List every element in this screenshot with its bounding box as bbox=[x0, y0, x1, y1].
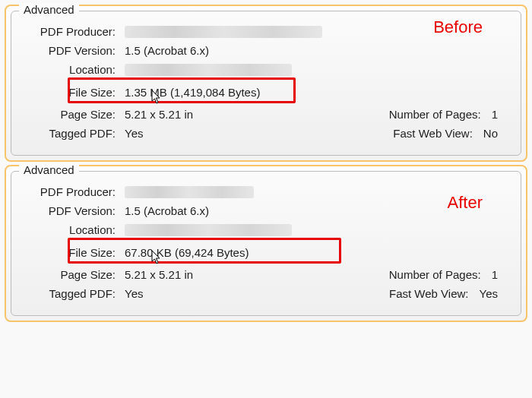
row-pdf-version: PDF Version: 1.5 (Acrobat 6.x) bbox=[22, 204, 510, 217]
value-num-pages: 1 bbox=[492, 108, 498, 121]
row-file-size: File Size: 1.35 MB (1,419,084 Bytes) bbox=[22, 82, 510, 102]
row-pdf-producer: PDF Producer: bbox=[22, 25, 510, 38]
label-num-pages: Number of Pages: bbox=[389, 108, 481, 121]
label-location: Location: bbox=[22, 63, 125, 76]
value-tagged-pdf: Yes bbox=[125, 287, 143, 300]
value-num-pages: 1 bbox=[492, 268, 498, 281]
label-pdf-producer: PDF Producer: bbox=[22, 25, 125, 38]
advanced-fieldset-before: Advanced Before PDF Producer: PDF Versio… bbox=[11, 11, 521, 156]
label-page-size: Page Size: bbox=[22, 268, 125, 281]
label-tagged-pdf: Tagged PDF: bbox=[22, 127, 125, 140]
value-pdf-version: 1.5 (Acrobat 6.x) bbox=[125, 204, 209, 217]
label-pdf-version: PDF Version: bbox=[22, 44, 125, 57]
label-num-pages: Number of Pages: bbox=[389, 268, 481, 281]
after-panel: Advanced After PDF Producer: PDF Version… bbox=[5, 165, 527, 322]
row-location: Location: bbox=[22, 63, 510, 76]
section-title: Advanced bbox=[19, 163, 79, 176]
row-tagged-pdf: Tagged PDF: Yes Fast Web View: No bbox=[22, 127, 510, 140]
label-file-size: File Size: bbox=[22, 246, 125, 259]
label-location: Location: bbox=[22, 223, 125, 236]
blurred-value bbox=[125, 26, 322, 38]
value-page-size: 5.21 x 5.21 in bbox=[125, 108, 193, 121]
label-pdf-producer: PDF Producer: bbox=[22, 185, 125, 198]
value-page-size: 5.21 x 5.21 in bbox=[125, 268, 193, 281]
right-fast-web: Fast Web View: No bbox=[393, 127, 498, 140]
label-tagged-pdf: Tagged PDF: bbox=[22, 287, 125, 300]
value-file-size: 67.80 KB (69,424 Bytes) bbox=[125, 246, 249, 259]
blurred-value bbox=[125, 64, 292, 76]
value-fast-web: No bbox=[483, 127, 498, 140]
right-num-pages: Number of Pages: 1 bbox=[389, 108, 498, 121]
row-file-size: File Size: 67.80 KB (69,424 Bytes) bbox=[22, 242, 510, 262]
right-fast-web: Fast Web View: Yes bbox=[389, 287, 498, 300]
label-file-size: File Size: bbox=[22, 86, 125, 99]
value-file-size: 1.35 MB (1,419,084 Bytes) bbox=[125, 86, 260, 99]
before-panel: Advanced Before PDF Producer: PDF Versio… bbox=[5, 5, 527, 162]
row-pdf-producer: PDF Producer: bbox=[22, 185, 510, 198]
advanced-fieldset-after: Advanced After PDF Producer: PDF Version… bbox=[11, 171, 521, 316]
section-title: Advanced bbox=[19, 3, 79, 16]
right-num-pages: Number of Pages: 1 bbox=[389, 268, 498, 281]
label-fast-web: Fast Web View: bbox=[389, 287, 469, 300]
label-fast-web: Fast Web View: bbox=[393, 127, 473, 140]
value-tagged-pdf: Yes bbox=[125, 127, 143, 140]
blurred-value bbox=[125, 224, 292, 236]
blurred-value bbox=[125, 186, 254, 198]
label-pdf-version: PDF Version: bbox=[22, 204, 125, 217]
value-pdf-version: 1.5 (Acrobat 6.x) bbox=[125, 44, 209, 57]
value-fast-web: Yes bbox=[480, 287, 498, 300]
row-pdf-version: PDF Version: 1.5 (Acrobat 6.x) bbox=[22, 44, 510, 57]
row-page-size: Page Size: 5.21 x 5.21 in Number of Page… bbox=[22, 268, 510, 281]
label-page-size: Page Size: bbox=[22, 108, 125, 121]
row-tagged-pdf: Tagged PDF: Yes Fast Web View: Yes bbox=[22, 287, 510, 300]
row-page-size: Page Size: 5.21 x 5.21 in Number of Page… bbox=[22, 108, 510, 121]
row-location: Location: bbox=[22, 223, 510, 236]
